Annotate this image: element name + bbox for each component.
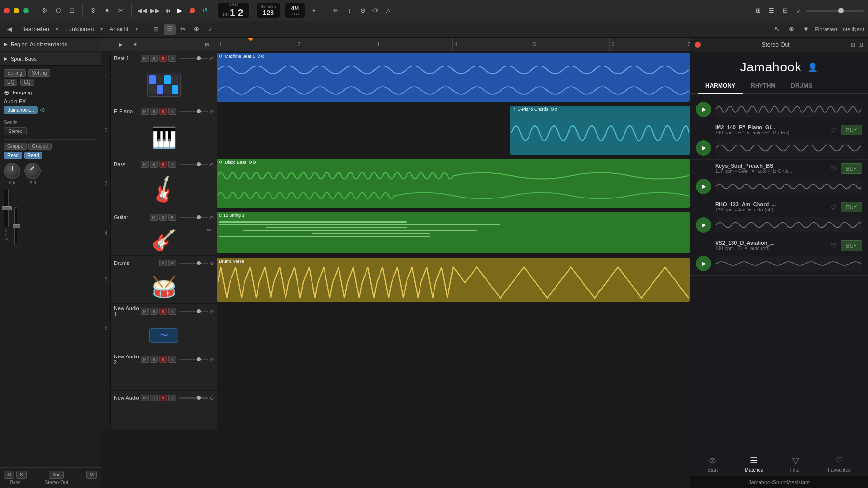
grid-view-btn[interactable]: ⊞ — [752, 5, 764, 16]
play-btn[interactable]: ▶ — [174, 5, 186, 16]
eq-btn-2[interactable]: EQ — [20, 79, 34, 86]
track-5-mute[interactable]: M — [159, 260, 167, 266]
track-8-solo[interactable]: S — [150, 395, 158, 401]
track-7-content[interactable] — [217, 352, 690, 390]
list-icon-btn[interactable]: ☰ — [164, 24, 176, 35]
track-6-mute[interactable]: M — [141, 308, 149, 315]
jh-play-1[interactable]: ▶ — [696, 102, 711, 117]
ruler-marks[interactable]: 1 2 3 4 5 6 7 — [217, 38, 690, 51]
jh-buy-2[interactable]: BUY — [841, 163, 862, 174]
time-signature-display[interactable]: 4/4 D-Dur — [285, 3, 305, 18]
midi-icon-btn[interactable]: ♪ — [204, 24, 216, 35]
epiano-clip[interactable]: ↺ E-Piano Chords ⚙⚙ — [510, 106, 690, 155]
region-inspector-header[interactable]: ▶ Region: Audiostandards — [0, 38, 101, 51]
track-2-mute[interactable]: M — [141, 108, 149, 115]
gruppe-btn-2[interactable]: Gruppe — [28, 143, 51, 150]
track-list-collapse[interactable]: ▶ — [115, 39, 126, 50]
fader-1[interactable] — [4, 189, 9, 227]
track-inspector-header[interactable]: ▶ Spur: Bass — [0, 52, 101, 66]
track-7-mute[interactable]: M — [141, 356, 149, 363]
record-btn[interactable]: ⏺ — [187, 5, 198, 16]
knob-1[interactable] — [4, 163, 20, 179]
inspector-toggle[interactable]: ◀ — [4, 24, 15, 35]
add-track-btn[interactable]: + — [129, 39, 141, 50]
jh-play-3[interactable]: ▶ — [696, 179, 711, 194]
track-6-content[interactable] — [217, 304, 690, 352]
jamahook-plugin[interactable]: Jamahook... — [4, 106, 38, 114]
stereo-send-btn[interactable]: Stereo — [4, 127, 27, 135]
fast-forward-btn[interactable]: ▶▶ — [149, 5, 161, 16]
setting-btn-1[interactable]: Setting — [4, 69, 26, 77]
menu-ansicht[interactable]: Ansicht — [106, 25, 132, 34]
track-7-record[interactable]: R — [159, 356, 167, 363]
tool-btn-1[interactable]: ⚙ — [39, 5, 51, 16]
track-3-record[interactable]: R — [159, 161, 167, 168]
grid-icon-btn[interactable]: ⊞ — [150, 24, 162, 35]
track-8-volume[interactable] — [179, 397, 208, 399]
jh-footer-tab-filter[interactable]: ▽ Filter — [790, 455, 801, 473]
track-4-volume[interactable] — [179, 217, 208, 218]
scissors-icon-btn[interactable]: ✂ — [177, 24, 189, 35]
track-2-record[interactable]: R — [159, 108, 167, 115]
track-2-content[interactable]: ↺ E-Piano Chords ⚙⚙ — [217, 104, 690, 157]
jh-user-icon[interactable]: 👤 — [807, 62, 818, 73]
track-2-volume[interactable] — [179, 111, 208, 112]
pointer-tool[interactable]: ↖ — [771, 24, 783, 35]
read-btn-2[interactable]: Read — [24, 152, 42, 159]
track-3-volume[interactable] — [179, 164, 208, 165]
jh-tab-rhythm[interactable]: RHYTHM — [743, 79, 783, 94]
bass-clip[interactable]: ↺ Disco Bass ⚙⚙ — [217, 159, 690, 208]
goto-start-btn[interactable]: ⏮ — [162, 5, 173, 16]
track-5-solo[interactable]: S — [168, 260, 176, 266]
menu-funktionen[interactable]: Funktionen — [61, 25, 97, 34]
jh-tab-drums[interactable]: DRUMS — [783, 79, 820, 94]
dropdown-btn[interactable]: ▼ — [800, 24, 812, 35]
jh-play-2[interactable]: ▶ — [696, 140, 711, 156]
jh-heart-4[interactable]: ♡ — [830, 242, 837, 250]
track-4-mute[interactable]: M — [150, 214, 158, 221]
track-2-solo[interactable]: S — [150, 108, 158, 115]
knob-2[interactable] — [24, 163, 41, 179]
jh-footer-tab-favourites[interactable]: ♡ Favourites — [828, 455, 851, 473]
jh-buy-3[interactable]: BUY — [841, 202, 862, 212]
jh-close-btn[interactable] — [695, 42, 701, 48]
plus-btn[interactable]: ⊕ — [786, 24, 797, 35]
track-6-input[interactable]: I — [168, 308, 176, 315]
track-1-mute[interactable]: M — [141, 55, 149, 62]
tool-btn-2[interactable]: ⬡ — [53, 5, 64, 16]
rewind-btn[interactable]: ◀◀ — [136, 5, 148, 16]
jh-minimize-icon[interactable]: ⊟ — [851, 41, 855, 48]
m-btn2[interactable]: M — [86, 471, 97, 479]
track-3-content[interactable]: ↺ Disco Bass ⚙⚙ — [217, 157, 690, 210]
guitar-clip[interactable]: C 12 String 1 — [217, 212, 690, 253]
s-btn[interactable]: S — [16, 471, 27, 479]
jh-play-4[interactable]: ▶ — [696, 217, 711, 233]
tool-r2[interactable]: ↕ — [343, 5, 355, 16]
track-7-volume[interactable] — [179, 359, 208, 360]
jh-heart-2[interactable]: ♡ — [830, 165, 837, 172]
jh-buy-4[interactable]: BUY — [841, 240, 862, 251]
tool-r1[interactable]: ✏ — [330, 5, 341, 16]
fader-2[interactable] — [14, 207, 17, 246]
read-btn-1[interactable]: Read — [4, 152, 22, 159]
tool-r4[interactable]: △ — [382, 5, 394, 16]
jh-expand-icon[interactable]: ⊞ — [858, 41, 863, 48]
cycle-btn[interactable]: ↺ — [199, 5, 211, 16]
tool-btn-3[interactable]: ⊡ — [66, 5, 78, 16]
track-5-content[interactable]: Drums Verse — [217, 256, 690, 303]
track-8-content[interactable] — [217, 391, 690, 429]
jh-heart-3[interactable]: ♡ — [830, 203, 837, 211]
track-8-input[interactable]: I — [168, 395, 176, 401]
track-5-volume[interactable] — [179, 263, 208, 264]
setting-btn-2[interactable]: Setting — [28, 69, 50, 77]
jh-footer-tab-start[interactable]: ⊙ Start — [707, 455, 718, 473]
list-view-btn[interactable]: ☰ — [766, 5, 777, 16]
menu-bearbeiten[interactable]: Bearbeiten — [17, 25, 53, 34]
track-1-record[interactable]: R — [159, 55, 167, 62]
tool-r3[interactable]: ⊕ — [357, 5, 368, 16]
close-btn[interactable] — [4, 8, 10, 13]
track-7-solo[interactable]: S — [150, 356, 158, 363]
jh-footer-tab-matches[interactable]: ☰ Matches — [745, 455, 763, 473]
scissors-btn[interactable]: ✂ — [115, 5, 126, 16]
mixer-btn[interactable]: ≡ — [101, 5, 113, 16]
